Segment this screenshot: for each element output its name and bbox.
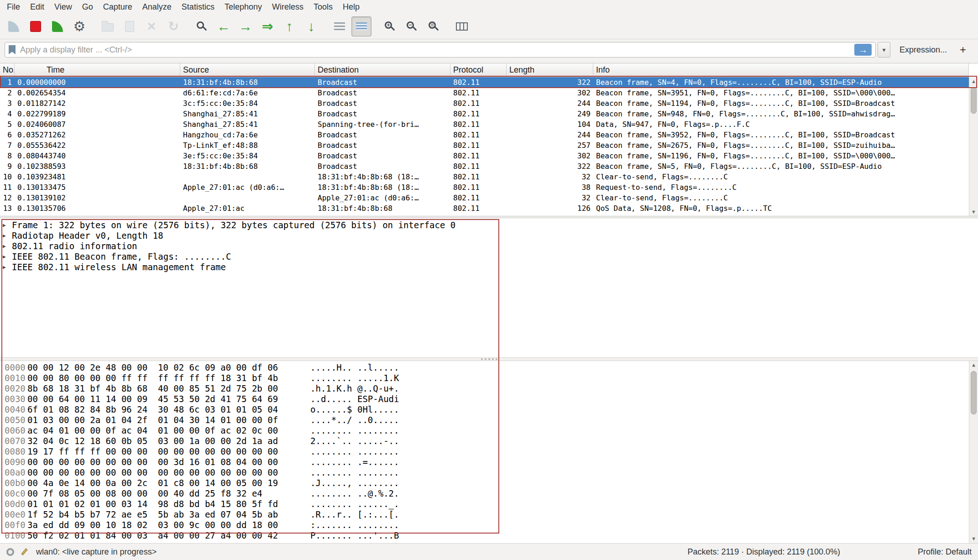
column-header-protocol[interactable]: Protocol [450,63,507,77]
go-to-packet-button[interactable]: ⇒ [257,16,277,37]
go-back-button[interactable]: ← [214,16,234,37]
hex-row[interactable]: 001000 00 80 00 00 00 ff ff ff ff ff ff … [0,373,978,383]
detail-line[interactable]: ▶Frame 1: 322 bytes on wire (2576 bits),… [0,220,978,230]
filter-add-button[interactable]: + [955,43,971,56]
packet-row-8[interactable]: 80.0804437403e:f5:cc:0e:35:84Broadcast80… [0,151,969,161]
hex-row[interactable]: 009000 00 00 00 00 00 00 00 00 3d 16 01 … [0,457,978,467]
hex-row[interactable]: 00208b 68 18 31 bf 4b 8b 68 40 00 85 51 … [0,383,978,394]
expression-button[interactable]: Expression... [900,45,947,55]
detail-line[interactable]: ▶Radiotap Header v0, Length 18 [0,230,978,241]
packet-row-4[interactable]: 40.022799189Shanghai_27:85:41Broadcast80… [0,109,969,119]
menu-file[interactable]: File [2,1,25,13]
scroll-down-icon[interactable]: ▼ [969,535,978,543]
menu-view[interactable]: View [49,1,77,13]
scrollbar-thumb[interactable] [971,87,977,114]
hex-row[interactable]: 00406f 01 08 82 84 8b 96 24 30 48 6c 03 … [0,404,978,415]
capture-options-button[interactable]: ⚙ [69,16,89,37]
pane-splitter[interactable] [0,357,978,361]
packet-row-13[interactable]: 130.130135706Apple_27:01:ac18:31:bf:4b:8… [0,203,969,214]
capture-comment-button[interactable] [20,547,29,556]
expert-info-icon[interactable] [6,548,14,556]
detail-line[interactable]: ▶IEEE 802.11 Beacon frame, Flags: ......… [0,251,978,262]
zoom-in-button[interactable]: + [380,16,400,37]
scroll-up-icon[interactable]: ▲ [969,77,978,85]
expander-icon[interactable]: ▶ [3,220,12,230]
hex-row[interactable]: 00b000 4a 0e 14 00 0a 00 2c 01 c8 00 14 … [0,478,978,488]
hex-row[interactable]: 003000 00 64 00 11 14 00 09 45 53 50 2d … [0,394,978,404]
packet-row-5[interactable]: 50.024060087Shanghai_27:85:41Spanning-tr… [0,119,969,130]
column-header-time[interactable]: Time [15,63,180,77]
hex-row[interactable]: 00a000 00 00 00 00 00 00 00 00 00 00 00 … [0,467,978,478]
open-capture-file-button[interactable] [98,16,118,37]
hex-row[interactable]: 008019 17 ff ff ff 00 00 00 00 00 00 00 … [0,446,978,457]
column-header-no[interactable]: No. [0,63,15,77]
menu-analyze[interactable]: Analyze [137,1,177,13]
colorize-toggle-button[interactable] [351,16,371,37]
expander-icon[interactable]: ▶ [3,251,12,262]
packet-list-header: No.TimeSourceDestinationProtocolLengthIn… [0,63,969,77]
detail-line[interactable]: ▶IEEE 802.11 wireless LAN management fra… [0,262,978,272]
hex-scrollbar[interactable]: ▲ ▼ [969,361,978,543]
packet-row-9[interactable]: 90.10238859318:31:bf:4b:8b:68Broadcast80… [0,161,969,172]
packet-list-scrollbar[interactable]: ▲ ▼ [969,77,978,216]
column-header-source[interactable]: Source [180,63,315,77]
packet-row-12[interactable]: 120.130139102Apple_27:01:ac (d0:a6:…802.… [0,193,969,203]
auto-scroll-toggle-button[interactable] [329,16,350,37]
hex-row[interactable]: 00f03a ed dd 09 00 10 18 02 03 00 9c 00 … [0,520,978,530]
menu-edit[interactable]: Edit [25,1,49,13]
menu-go[interactable]: Go [77,1,98,13]
scrollbar-thumb[interactable] [971,371,977,414]
filter-apply-icon[interactable]: → [854,44,872,56]
expander-icon[interactable]: ▶ [3,241,12,251]
profile-button[interactable]: Profile: Default [918,547,972,557]
expander-icon[interactable]: ▶ [3,230,12,241]
packet-row-6[interactable]: 60.035271262Hangzhou_cd:7a:6eBroadcast80… [0,130,969,140]
packet-row-1[interactable]: 10.00000000018:31:bf:4b:8b:68Broadcast80… [0,77,969,88]
scroll-up-icon[interactable]: ▲ [969,361,978,369]
packet-row-2[interactable]: 20.002654354d6:61:fe:cd:7a:6eBroadcast80… [0,88,969,98]
column-header-length[interactable]: Length [507,63,593,77]
menu-wireless[interactable]: Wireless [267,1,309,13]
close-capture-file-button[interactable]: × [141,16,162,37]
column-header-info[interactable]: Info [593,63,969,77]
restart-capture-button[interactable] [47,16,68,37]
length-cell: 104 [507,119,593,130]
go-forward-button[interactable]: → [235,16,256,37]
menu-help[interactable]: Help [338,1,365,13]
find-packet-button[interactable] [192,16,212,37]
start-capture-button[interactable] [4,16,24,37]
detail-text: IEEE 802.11 wireless LAN management fram… [12,262,226,272]
menu-capture[interactable]: Capture [98,1,137,13]
hex-row[interactable]: 005001 03 00 00 2a 01 04 2f 01 04 30 14 … [0,415,978,425]
zoom-out-button[interactable]: − [402,16,422,37]
zoom-reset-button[interactable]: = [424,16,444,37]
filter-bookmark-icon[interactable] [9,45,16,54]
display-filter-input[interactable]: Apply a display filter ... <Ctrl-/> → [5,42,876,58]
menu-statistics[interactable]: Statistics [177,1,220,13]
stop-capture-button[interactable] [26,16,46,37]
length-cell: 126 [507,203,593,214]
hex-row[interactable]: 000000 00 12 00 2e 48 00 00 10 02 6c 09 … [0,362,978,373]
go-to-first-packet-button[interactable]: ↑ [279,16,299,37]
hex-row[interactable]: 00d001 01 01 02 01 00 03 14 98 d8 bd b4 … [0,499,978,509]
column-header-destination[interactable]: Destination [315,63,450,77]
packet-row-3[interactable]: 30.0118271423c:f5:cc:0e:35:84Broadcast80… [0,98,969,109]
scroll-down-icon[interactable]: ▼ [969,208,978,216]
hex-row[interactable]: 0060ac 04 01 00 00 0f ac 04 01 00 00 0f … [0,425,978,436]
menu-telephony[interactable]: Telephony [220,1,267,13]
reload-capture-file-button[interactable]: ↻ [163,16,183,37]
hex-row[interactable]: 00e01f 52 b4 b5 b7 72 ae e5 5b ab 3a ed … [0,509,978,520]
resize-columns-button[interactable] [452,16,472,37]
hex-row[interactable]: 007032 04 0c 12 18 60 0b 05 03 00 1a 00 … [0,436,978,446]
menu-tools[interactable]: Tools [309,1,338,13]
packet-row-11[interactable]: 110.130133475Apple_27:01:ac (d0:a6:…18:3… [0,182,969,193]
hex-row[interactable]: 010050 f2 02 01 01 84 00 03 a4 00 00 27 … [0,530,978,541]
save-capture-file-button[interactable] [120,16,140,37]
filter-dropdown-button[interactable]: ▾ [878,42,890,58]
go-to-last-packet-button[interactable]: ↓ [301,16,321,37]
hex-row[interactable]: 00c000 7f 08 05 00 08 00 00 00 40 dd 25 … [0,488,978,499]
packet-row-7[interactable]: 70.055536422Tp-LinkT_ef:48:88Broadcast80… [0,140,969,151]
detail-line[interactable]: ▶802.11 radio information [0,241,978,251]
packet-row-10[interactable]: 100.10392348118:31:bf:4b:8b:68 (18:…802.… [0,172,969,182]
expander-icon[interactable]: ▶ [3,262,12,272]
